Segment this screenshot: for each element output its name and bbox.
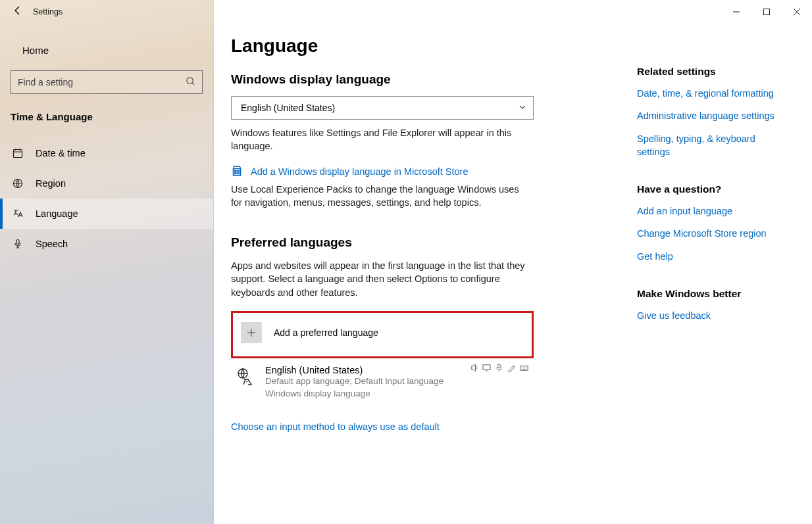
svg-rect-10 xyxy=(483,365,490,369)
store-link-row[interactable]: Add a Windows display language in Micros… xyxy=(231,165,619,179)
language-icon xyxy=(12,208,24,220)
maximize-button[interactable] xyxy=(751,1,782,22)
nav-list: Date & time Region Language Speech xyxy=(0,138,213,259)
clock-icon xyxy=(12,147,24,159)
tts-icon xyxy=(470,364,478,374)
svg-rect-6 xyxy=(238,170,240,172)
display-language-heading: Windows display language xyxy=(231,72,619,87)
related-heading: Related settings xyxy=(637,66,788,78)
nav-label: Region xyxy=(36,178,66,189)
svg-rect-11 xyxy=(498,364,501,368)
speech-icon xyxy=(495,364,503,374)
svg-rect-12 xyxy=(520,366,528,371)
nav-label: Speech xyxy=(36,239,68,249)
close-button[interactable] xyxy=(782,1,812,22)
display-icon xyxy=(482,364,491,374)
nav-date-time[interactable]: Date & time xyxy=(0,138,213,168)
svg-rect-0 xyxy=(764,9,770,14)
microphone-icon xyxy=(12,238,24,250)
link-give-feedback[interactable]: Give us feedback xyxy=(637,309,788,322)
link-change-store-region[interactable]: Change Microsoft Store region xyxy=(637,227,788,240)
display-language-dropdown[interactable]: English (United States) xyxy=(231,96,534,120)
nav-speech[interactable]: Speech xyxy=(0,229,213,259)
home-nav[interactable]: Home xyxy=(0,38,213,62)
titlebar: Settings xyxy=(0,0,812,23)
section-title: Time & Language xyxy=(0,105,213,131)
preferred-desc: Apps and websites will appear in the fir… xyxy=(231,259,527,299)
preferred-language-item[interactable]: English (United States) Default app lang… xyxy=(231,358,534,403)
back-button[interactable] xyxy=(12,5,22,18)
svg-rect-7 xyxy=(234,172,236,174)
language-pack-icon xyxy=(236,365,256,400)
add-label: Add a preferred language xyxy=(274,327,378,338)
nav-label: Date & time xyxy=(36,148,86,158)
home-label: Home xyxy=(22,45,49,56)
nav-label: Language xyxy=(36,208,78,219)
search-box[interactable] xyxy=(11,70,203,94)
nav-language[interactable]: Language xyxy=(0,199,213,229)
choose-input-method-link[interactable]: Choose an input method to always use as … xyxy=(231,421,440,432)
language-feature-badges xyxy=(470,364,528,374)
link-admin-language[interactable]: Administrative language settings xyxy=(637,109,788,122)
display-language-desc: Windows features like Settings and File … xyxy=(231,126,527,153)
svg-rect-8 xyxy=(238,172,240,174)
dropdown-value: English (United States) xyxy=(241,103,335,113)
sidebar: Home Time & Language Date & time Region … xyxy=(0,0,214,524)
svg-point-1 xyxy=(187,78,193,83)
link-add-input-language[interactable]: Add an input language xyxy=(637,204,788,218)
store-icon xyxy=(231,165,243,179)
language-subtitle-1: Default app language; Default input lang… xyxy=(265,375,531,388)
window-title: Settings xyxy=(33,7,63,16)
search-input[interactable] xyxy=(18,77,186,87)
page-title: Language xyxy=(231,36,619,57)
minimize-button[interactable] xyxy=(721,1,751,22)
question-heading: Have a question? xyxy=(637,183,788,195)
chevron-down-icon xyxy=(519,103,526,113)
globe-icon xyxy=(12,178,24,189)
svg-rect-5 xyxy=(234,170,236,172)
link-get-help[interactable]: Get help xyxy=(637,250,788,263)
svg-rect-4 xyxy=(16,240,19,245)
search-icon xyxy=(186,76,195,88)
keyboard-icon xyxy=(520,364,528,374)
better-heading: Make Windows better xyxy=(637,288,788,300)
store-desc: Use Local Experience Packs to change the… xyxy=(231,183,527,210)
language-subtitle-2: Windows display language xyxy=(265,388,531,400)
preferred-heading: Preferred languages xyxy=(231,235,619,250)
main-area: Language Windows display language Englis… xyxy=(214,0,812,524)
svg-rect-2 xyxy=(14,150,22,158)
add-preferred-language[interactable]: Add a preferred language xyxy=(231,311,534,358)
plus-icon xyxy=(241,322,262,343)
store-link[interactable]: Add a Windows display language in Micros… xyxy=(251,166,468,177)
content: Language Windows display language Englis… xyxy=(231,32,619,524)
link-date-regional[interactable]: Date, time, & regional formatting xyxy=(637,87,788,100)
right-rail: Related settings Date, time, & regional … xyxy=(637,66,788,347)
nav-region[interactable]: Region xyxy=(0,168,213,199)
handwriting-icon xyxy=(507,364,516,374)
link-spelling-typing[interactable]: Spelling, typing, & keyboard settings xyxy=(637,132,788,159)
